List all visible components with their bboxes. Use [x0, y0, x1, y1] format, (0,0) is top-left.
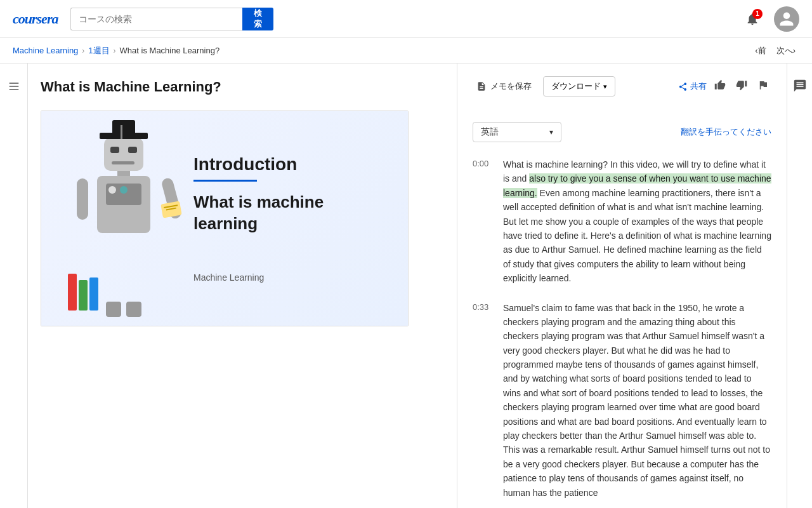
share-label: 共有 [690, 81, 707, 92]
prev-button[interactable]: ‹ 前 [751, 43, 769, 59]
robot-eye-left [110, 147, 119, 153]
prev-label: 前 [758, 45, 766, 57]
transcript-text-1: What is machine learning? In this video,… [503, 157, 771, 286]
header: coursera 検索 1 [0, 0, 812, 38]
transcript-text-after: Even among machine learning practitioner… [503, 188, 771, 283]
cap-tassel [121, 125, 122, 139]
cap-brim [100, 133, 148, 139]
transcript-time-1: 0:00 [473, 157, 493, 286]
video-caption: Machine Learning [193, 272, 383, 283]
video-thumbnail: Introduction What is machine learning Ma… [41, 111, 408, 326]
language-row: 英語 ▾ 翻訳を手伝ってください [473, 122, 771, 142]
menu-icon-button[interactable] [4, 76, 24, 98]
robot-body [97, 176, 150, 233]
robot-legs [106, 302, 141, 317]
logo-area: coursera [13, 11, 58, 27]
video-container[interactable]: Introduction What is machine learning Ma… [41, 110, 409, 326]
download-label: ダウンロード [551, 81, 601, 92]
breadcrumb-nav: ‹ 前 次へ › [751, 43, 799, 59]
video-intro-text: Introduction [193, 154, 383, 175]
notes-icon [793, 79, 807, 93]
flag-icon [757, 79, 769, 91]
avatar-icon [778, 11, 795, 27]
share-icon [678, 82, 688, 91]
chevron-down-icon: ▾ [603, 83, 607, 91]
header-right: 1 [741, 6, 799, 32]
book-blue [89, 277, 98, 311]
breadcrumb-week1[interactable]: 1週目 [88, 45, 109, 57]
translate-link[interactable]: 翻訳を手伝ってください [681, 126, 771, 138]
right-edge [787, 64, 812, 508]
menu-icon [8, 80, 20, 93]
right-panel: メモを保存 ダウンロード ▾ 共有 [457, 64, 787, 508]
thumbsdown-icon [736, 79, 747, 91]
language-selector[interactable]: 英語 ▾ [473, 122, 561, 142]
robot-figure [67, 126, 181, 311]
thumbsup-button[interactable] [712, 77, 728, 96]
share-button[interactable]: 共有 [678, 81, 707, 92]
avatar-button[interactable] [774, 6, 799, 32]
lang-chevron-icon: ▾ [549, 128, 553, 137]
search-input[interactable] [70, 8, 242, 30]
panel-toolbar: メモを保存 ダウンロード ▾ 共有 [473, 76, 771, 97]
svg-rect-0 [9, 83, 18, 84]
memo-label: メモを保存 [490, 81, 532, 92]
flag-button[interactable] [755, 77, 771, 96]
logo-text: coursera [13, 11, 58, 27]
memo-button[interactable]: メモを保存 [473, 78, 535, 95]
memo-icon [476, 81, 487, 91]
thumbsup-icon [714, 79, 726, 91]
video-subtitle: What is machine learning [193, 192, 383, 235]
notification-button[interactable]: 1 [741, 8, 764, 30]
main-layout: What is Machine Learning? [0, 64, 812, 508]
next-button[interactable]: 次へ › [773, 43, 799, 59]
next-chevron-icon: › [793, 46, 796, 55]
sidebar-toggle [0, 64, 28, 508]
next-label: 次へ [776, 45, 793, 57]
breadcrumb-current: What is Machine Learning? [120, 46, 220, 55]
robot-arm-left [77, 178, 88, 220]
breadcrumb-bar: Machine Learning › 1週目 › What is Machine… [0, 38, 812, 64]
breadcrumb-sep-2: › [114, 46, 116, 55]
diploma-line2 [166, 208, 176, 211]
notes-icon-button[interactable] [788, 74, 812, 101]
leg-left [106, 302, 121, 317]
leg-right [126, 302, 141, 317]
breadcrumb: Machine Learning › 1週目 › What is Machine… [13, 45, 219, 57]
thumbsdown-button[interactable] [733, 77, 750, 96]
toolbar-right: 共有 [678, 77, 771, 96]
coursera-logo: coursera [13, 11, 58, 27]
video-text-area: Introduction What is machine learning Ma… [181, 154, 383, 283]
transcript-text-2: Samuel's claim to fame was that back in … [503, 301, 771, 500]
book-red [68, 274, 77, 311]
page-title: What is Machine Learning? [41, 79, 444, 95]
robot-btn1 [108, 186, 116, 194]
robot-eye-right [128, 147, 137, 153]
breadcrumb-machine-learning[interactable]: Machine Learning [13, 46, 78, 55]
video-title-line [193, 180, 257, 182]
notification-badge: 1 [752, 9, 763, 19]
transcript-block-2: 0:33 Samuel's claim to fame was that bac… [473, 301, 771, 500]
robot-head [104, 138, 143, 171]
breadcrumb-sep-1: › [82, 46, 84, 55]
svg-rect-1 [9, 86, 18, 87]
transcript-block-1: 0:00 What is machine learning? In this v… [473, 157, 771, 286]
transcript-time-2: 0:33 [473, 301, 493, 500]
books-stack [68, 274, 98, 311]
download-button[interactable]: ダウンロード ▾ [543, 76, 615, 97]
search-button[interactable]: 検索 [242, 8, 274, 30]
robot-mouth [112, 161, 134, 164]
robot-btn2 [120, 186, 128, 194]
content-area: What is Machine Learning? [28, 64, 457, 508]
search-bar: 検索 [70, 8, 273, 30]
book-green [79, 280, 88, 311]
language-label: 英語 [481, 126, 499, 138]
svg-rect-2 [9, 89, 18, 90]
